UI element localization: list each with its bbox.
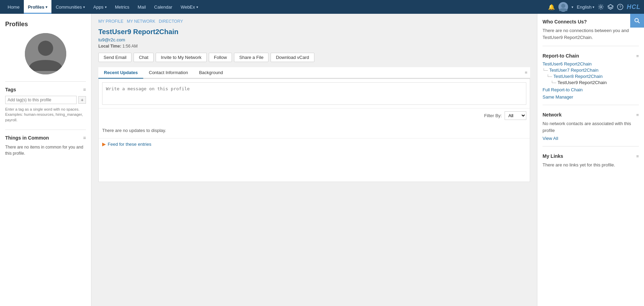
filter-label: Filter By: bbox=[484, 113, 502, 118]
network-section: Network ≡ No network contacts are associ… bbox=[543, 112, 639, 146]
nav-item-webex[interactable]: WebEx ▾ bbox=[176, 0, 202, 14]
nav-item-calendar[interactable]: Calendar bbox=[150, 0, 177, 14]
report-chain: TestUser6 Report2Chain └─ TestUser7 Repo… bbox=[543, 61, 639, 85]
chevron-down-icon: ▾ bbox=[83, 5, 85, 9]
top-navigation: Home Profiles ▾ Communities ▾ Apps ▾ Met… bbox=[0, 0, 644, 14]
sidebar-title: Profiles bbox=[5, 21, 86, 28]
nav-item-communities[interactable]: Communities ▾ bbox=[51, 0, 89, 14]
report-to-chain-header: Report-to Chain ≡ bbox=[543, 53, 639, 59]
who-connects-text: There are no connections between you and… bbox=[543, 27, 639, 41]
who-connects-title: Who Connects Us? bbox=[543, 19, 587, 24]
nav-item-mail[interactable]: Mail bbox=[134, 0, 150, 14]
svg-point-1 bbox=[600, 6, 602, 8]
chain-item-1: └─ TestUser7 Report2Chain bbox=[543, 68, 639, 73]
avatar[interactable] bbox=[558, 2, 568, 12]
feed-icon: ▶ bbox=[102, 141, 106, 147]
share-file-button[interactable]: Share a File bbox=[234, 53, 269, 62]
profile-tabs: Recent Updates Contact Information Backg… bbox=[98, 67, 530, 79]
my-links-menu-icon[interactable]: ≡ bbox=[636, 154, 639, 159]
lang-chevron-icon: ▾ bbox=[593, 5, 594, 9]
things-in-common-header: Things in Common ≡ bbox=[5, 135, 86, 141]
content-panel: Filter By: All There are no updates to d… bbox=[98, 79, 530, 182]
nav-label-communities: Communities bbox=[56, 4, 82, 10]
no-updates-message: There are no updates to display. bbox=[99, 123, 530, 138]
profile-local-time: Local Time: 1:56 AM bbox=[98, 44, 530, 49]
nav-label-home: Home bbox=[8, 4, 20, 10]
follow-button[interactable]: Follow bbox=[209, 53, 232, 62]
layers-icon[interactable] bbox=[607, 4, 614, 10]
chain-link-0[interactable]: TestUser6 Report2Chain bbox=[543, 61, 592, 67]
nav-item-apps[interactable]: Apps ▾ bbox=[89, 0, 111, 14]
svg-point-6 bbox=[38, 41, 53, 56]
tags-title: Tags bbox=[5, 87, 16, 92]
chain-indent-1: └─ bbox=[543, 68, 548, 72]
chain-link-2[interactable]: TestUser8 Report2Chain bbox=[554, 74, 603, 79]
svg-line-8 bbox=[638, 22, 640, 23]
user-chevron-icon[interactable]: ▾ bbox=[572, 5, 573, 9]
nav-label-apps: Apps bbox=[93, 4, 104, 10]
tag-input-row: + bbox=[5, 96, 86, 104]
full-report-chain-link[interactable]: Full Report-to Chain bbox=[543, 87, 639, 92]
nav-item-metrics[interactable]: Metrics bbox=[111, 0, 134, 14]
tag-input[interactable] bbox=[5, 96, 77, 104]
download-vcard-button[interactable]: Download vCard bbox=[271, 53, 314, 62]
notifications-icon[interactable]: 🔔 bbox=[548, 4, 555, 10]
tab-contact-information[interactable]: Contact Information bbox=[143, 67, 193, 79]
help-icon[interactable]: ? bbox=[617, 4, 623, 10]
nav-label-webex: WebEx bbox=[180, 4, 195, 10]
language-label: English bbox=[577, 4, 592, 10]
network-menu-icon[interactable]: ≡ bbox=[636, 112, 639, 118]
settings-icon[interactable] bbox=[598, 4, 604, 10]
chat-button[interactable]: Chat bbox=[134, 53, 153, 62]
page-layout: Profiles Tags ≡ + Enter a tag as a singl… bbox=[0, 14, 644, 306]
filter-select[interactable]: All bbox=[505, 111, 526, 120]
breadcrumb-my-profile[interactable]: MY PROFILE bbox=[98, 19, 123, 24]
search-button[interactable] bbox=[630, 14, 644, 28]
profile-email[interactable]: tu9@r2c.com bbox=[98, 37, 530, 42]
message-textarea[interactable] bbox=[103, 83, 526, 103]
who-connects-section: Who Connects Us? ≡ There are no connecti… bbox=[543, 19, 639, 46]
nav-item-profiles[interactable]: Profiles ▾ bbox=[24, 0, 52, 14]
breadcrumb-directory[interactable]: DIRECTORY bbox=[159, 19, 183, 24]
profile-name: TestUser9 Report2Chain bbox=[98, 28, 530, 36]
breadcrumb-my-network[interactable]: MY NETWORK bbox=[127, 19, 155, 24]
main-content: MY PROFILE MY NETWORK DIRECTORY TestUser… bbox=[91, 14, 537, 306]
things-in-common-section: Things in Common ≡ There are no items in… bbox=[5, 130, 86, 156]
send-email-button[interactable]: Send Email bbox=[98, 53, 131, 62]
tab-panel-menu-icon[interactable]: ≡ bbox=[525, 70, 527, 75]
my-links-title: My Links bbox=[543, 153, 563, 159]
chain-current-3: TestUser9 Report2Chain bbox=[558, 80, 607, 85]
same-manager-link[interactable]: Same Manager bbox=[543, 94, 639, 100]
hcl-logo: HCL bbox=[627, 3, 641, 11]
tags-header: Tags ≡ bbox=[5, 87, 86, 92]
tag-add-button[interactable]: + bbox=[78, 96, 86, 104]
message-box bbox=[102, 82, 526, 105]
nav-label-calendar: Calendar bbox=[154, 4, 173, 10]
profile-avatar bbox=[25, 33, 66, 74]
svg-text:?: ? bbox=[619, 5, 621, 9]
feed-link[interactable]: Feed for these entries bbox=[108, 142, 151, 147]
svg-marker-2 bbox=[608, 4, 613, 8]
chain-item-3: └─ TestUser9 Report2Chain bbox=[543, 80, 639, 85]
tab-background[interactable]: Background bbox=[194, 67, 228, 79]
tags-menu-icon[interactable]: ≡ bbox=[83, 87, 86, 92]
things-in-common-menu-icon[interactable]: ≡ bbox=[83, 135, 86, 141]
invite-network-button[interactable]: Invite to My Network bbox=[156, 53, 207, 62]
chain-indent-2: └─ bbox=[547, 74, 552, 79]
action-buttons: Send Email Chat Invite to My Network Fol… bbox=[98, 53, 530, 62]
tab-recent-updates[interactable]: Recent Updates bbox=[98, 67, 143, 79]
report-to-chain-section: Report-to Chain ≡ TestUser6 Report2Chain… bbox=[543, 53, 639, 105]
nav-item-home[interactable]: Home bbox=[3, 0, 24, 14]
chain-link-1[interactable]: TestUser7 Report2Chain bbox=[549, 68, 598, 73]
left-sidebar: Profiles Tags ≡ + Enter a tag as a singl… bbox=[0, 14, 91, 306]
report-to-chain-menu-icon[interactable]: ≡ bbox=[636, 53, 639, 59]
tag-hint: Enter a tag as a single word with no spa… bbox=[5, 107, 86, 123]
network-header: Network ≡ bbox=[543, 112, 639, 118]
chevron-down-icon: ▾ bbox=[105, 5, 107, 9]
language-selector[interactable]: English ▾ bbox=[577, 4, 594, 10]
chain-indent-3: └─ bbox=[551, 81, 556, 85]
nav-label-metrics: Metrics bbox=[115, 4, 129, 10]
network-view-all-link[interactable]: View All bbox=[543, 136, 639, 141]
svg-point-0 bbox=[561, 4, 565, 8]
chevron-down-icon: ▾ bbox=[46, 5, 47, 9]
